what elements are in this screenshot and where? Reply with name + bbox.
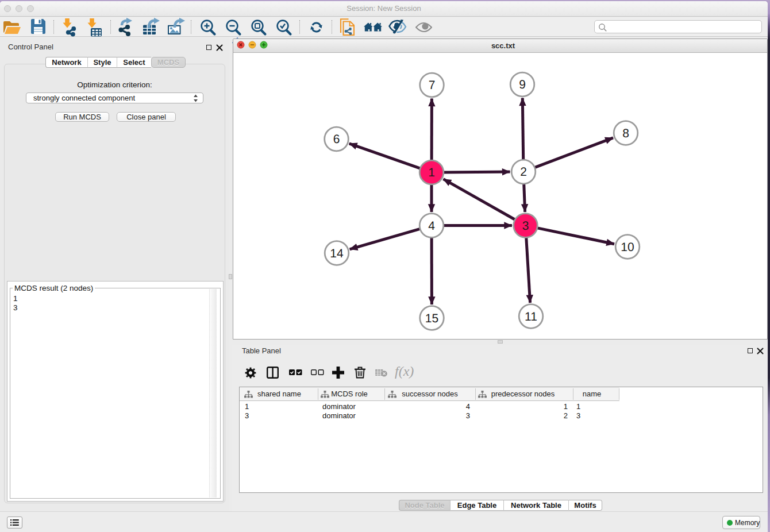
svg-text:15: 15 — [425, 312, 438, 325]
svg-text:14: 14 — [330, 247, 344, 260]
svg-text:11: 11 — [525, 310, 537, 323]
svg-text:4: 4 — [428, 219, 435, 233]
svg-text:1: 1 — [428, 166, 435, 179]
svg-text:9: 9 — [519, 78, 526, 91]
svg-text:3: 3 — [522, 219, 529, 233]
svg-text:8: 8 — [622, 127, 629, 140]
svg-text:6: 6 — [333, 133, 340, 146]
svg-text:10: 10 — [621, 241, 634, 254]
svg-text:2: 2 — [520, 165, 527, 179]
svg-text:7: 7 — [429, 79, 436, 92]
